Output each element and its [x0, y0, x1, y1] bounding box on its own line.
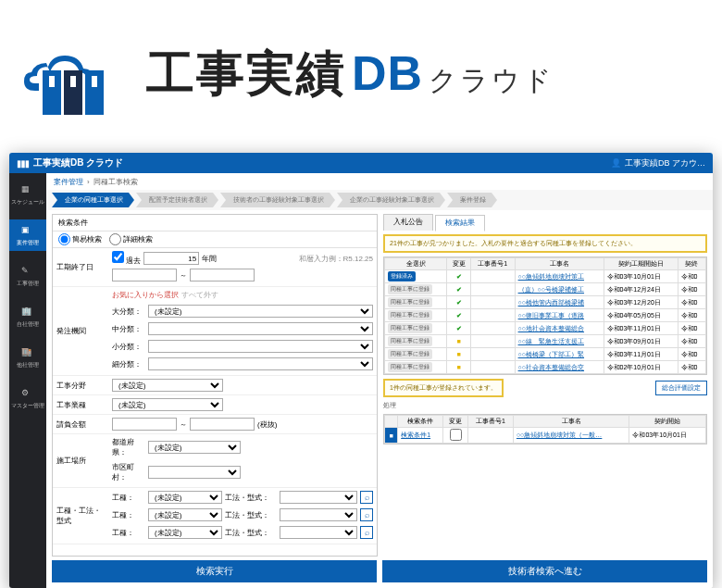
spec-type3[interactable]: (未設定)	[148, 526, 222, 539]
register-button[interactable]: 同種工事に登録	[388, 297, 432, 307]
project-link[interactable]: ○○橋他管内西部橋梁補	[518, 299, 584, 306]
register-button[interactable]: 同種工事に登録	[388, 349, 432, 359]
cloud-binders-icon	[19, 28, 130, 120]
period-to[interactable]	[190, 269, 255, 281]
table-row[interactable]: 同種工事に登録✔○○橋他管内西部橋梁補令和03年12月20日令和0	[385, 296, 706, 309]
project-link[interactable]: （直）○○号橋梁補修工	[518, 286, 584, 293]
breadcrumb-link[interactable]: 案件管理	[54, 177, 83, 187]
tech-search-next-button[interactable]: 技術者検索へ進む	[382, 560, 707, 582]
condition-link[interactable]: 検索条件1	[401, 432, 430, 438]
titlebar: 工事実績DB クラウド 👤 工事実績DB アカウ…	[9, 153, 713, 173]
pref-select[interactable]: (未設定)	[148, 441, 241, 454]
register-button[interactable]: 同種工事に登録	[388, 284, 432, 294]
type-select[interactable]: (未設定)	[112, 398, 223, 411]
table-row[interactable]: 同種工事に登録✔（直）○○号橋梁補修工令和04年12月24日令和0	[385, 283, 706, 296]
sidebar-item-building[interactable]: 🏢自社管理	[9, 301, 46, 332]
table-row[interactable]: 同種工事に登録■○○橋橋梁（下部工）緊令和03年11月01日令和0	[385, 348, 706, 361]
wizard-step-0[interactable]: 企業の同種工事選択	[52, 193, 134, 207]
search-conditions-panel: 検索条件 簡易検索 詳細検索 工期終了日 過去 年間	[52, 214, 378, 557]
svg-rect-8	[26, 160, 30, 168]
project-link[interactable]: ○○地社会資本整備総合	[518, 325, 584, 332]
calendar-icon: ▦	[21, 184, 34, 197]
period-years-input[interactable]	[143, 252, 199, 265]
flag-icon: ■	[457, 351, 461, 357]
location-label: 施工場所	[53, 434, 108, 487]
project-link[interactable]: ○○急傾斜地崩壊対策工	[518, 273, 584, 280]
favorites-link[interactable]: お気に入りから選択	[112, 290, 179, 300]
period-past-check[interactable]: 過去	[112, 251, 141, 266]
table-row[interactable]: 登録済み✔○○急傾斜地崩壊対策工令和03年10月01日令和0	[385, 270, 706, 283]
search-icon[interactable]: ⌕	[360, 508, 373, 521]
svg-rect-6	[18, 160, 21, 168]
spec-method1[interactable]	[280, 491, 357, 504]
org-mid-select[interactable]	[148, 322, 373, 335]
spec-method3[interactable]	[280, 526, 357, 539]
spec-type1[interactable]: (未設定)	[148, 491, 222, 504]
wizard-step-2[interactable]: 技術者の工事経験対象工事選択	[220, 193, 335, 207]
search-icon[interactable]: ⌕	[360, 491, 373, 504]
logo-sub-text: クラウド	[429, 62, 554, 100]
org-large-select[interactable]: (未設定)	[148, 305, 373, 318]
register-button[interactable]: 登録済み	[388, 271, 416, 281]
search-icon[interactable]: ⌕	[360, 526, 373, 539]
project-link[interactable]: ○○橋橋梁（下部工）緊	[518, 351, 584, 357]
mode-detail[interactable]: 詳細検索	[109, 233, 153, 245]
tab-search-results[interactable]: 検索結果	[435, 215, 485, 231]
building-icon: 🏢	[21, 307, 34, 319]
spec-method2[interactable]	[280, 508, 357, 521]
wizard-steps: 企業の同種工事選択配置予定技術者選択技術者の工事経験対象工事選択企業の工事経験対…	[46, 190, 713, 210]
type-label: 工事業種	[53, 395, 108, 414]
eval-settings-button[interactable]: 総合評価設定	[655, 381, 707, 395]
wizard-step-3[interactable]: 企業の工事経験対象工事選択	[337, 193, 445, 207]
clear-all-link[interactable]: すべて外す	[181, 290, 218, 300]
delete-button[interactable]: ■	[385, 428, 398, 444]
user-icon[interactable]: 👤	[611, 158, 621, 168]
account-label[interactable]: 工事実績DB アカウ…	[625, 157, 705, 169]
spec-type2[interactable]: (未設定)	[148, 508, 222, 521]
table-row[interactable]: 同種工事に登録✔○○復旧事業工事（道路令和04年05月05日令和0	[385, 309, 706, 322]
project-link[interactable]: ○○社会資本整備総合交	[518, 364, 584, 370]
org-detail-select[interactable]	[148, 357, 373, 370]
svg-rect-4	[70, 76, 76, 87]
buildings-icon: 🏬	[21, 347, 34, 360]
project-link[interactable]: ○○線 緊急生活支援工	[518, 338, 584, 344]
period-end-label: 工期終了日	[53, 248, 108, 286]
field-select[interactable]: (未設定)	[112, 379, 223, 392]
wizard-step-4[interactable]: 案件登録	[447, 193, 497, 207]
mode-simple[interactable]: 簡易検索	[58, 233, 102, 245]
register-button[interactable]: 同種工事に登録	[388, 336, 432, 346]
register-button[interactable]: 同種工事に登録	[388, 310, 432, 320]
wizard-step-1[interactable]: 配置予定技術者選択	[136, 193, 218, 207]
period-from[interactable]	[112, 269, 177, 281]
check-icon: ✔	[456, 299, 462, 306]
conditions-title: 検索条件	[58, 218, 88, 228]
register-button[interactable]: 同種工事に登録	[388, 362, 432, 372]
breadcrumb-current: 同種工事検索	[93, 177, 138, 187]
sidebar-item-pencil[interactable]: ✎工事管理	[9, 260, 46, 292]
amount-from[interactable]	[112, 418, 177, 431]
search-execute-button[interactable]: 検索実行	[52, 560, 377, 582]
register-button[interactable]: 同種工事に登録	[388, 323, 432, 333]
tab-bid-notice[interactable]: 入札公告	[383, 214, 433, 231]
amount-to[interactable]	[190, 418, 255, 431]
table-row[interactable]: 同種工事に登録■○○線 緊急生活支援工令和03年09月01日令和0	[385, 335, 706, 348]
sidebar-item-gear[interactable]: ⚙マスター管理	[9, 382, 46, 414]
check-icon: ✔	[456, 325, 462, 332]
table-row[interactable]: 同種工事に登録✔○○地社会資本整備総合令和03年11月01日令和0	[385, 322, 706, 335]
project-link[interactable]: ○○急傾斜地崩壊対策（一般…	[517, 432, 602, 438]
change-check[interactable]	[450, 429, 462, 441]
sidebar-item-buildings[interactable]: 🏬他社管理	[9, 342, 46, 373]
project-link[interactable]: ○○復旧事業工事（道路	[518, 312, 584, 319]
sidebar-item-calendar[interactable]: ▦スケジュール	[9, 179, 46, 210]
org-small-select[interactable]	[148, 340, 373, 353]
sidebar-item-folder[interactable]: ▣案件管理	[9, 219, 46, 251]
check-icon: ✔	[456, 286, 462, 293]
wareki-hint: 和暦入力例：R5.12.25	[299, 254, 373, 264]
registered-grid: 検索条件変更工事番号1工事名契約開始■検索条件1○○急傾斜地崩壊対策（一般…令和…	[383, 414, 707, 444]
pencil-icon: ✎	[21, 266, 34, 279]
city-select[interactable]	[148, 466, 241, 479]
amount-label: 請負金額	[53, 415, 108, 433]
table-row[interactable]: 同種工事に登録■○○社会資本整備総合交令和02年10月01日令和0	[385, 361, 706, 374]
table-row[interactable]: ■検索条件1○○急傾斜地崩壊対策（一般…令和03年10月01日	[385, 428, 706, 444]
check-icon: ✔	[456, 273, 462, 280]
